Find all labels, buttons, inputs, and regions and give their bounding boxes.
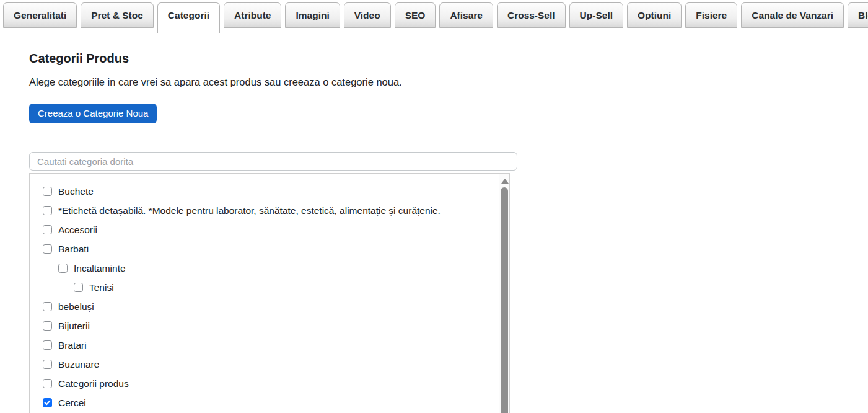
tab-video[interactable]: Video [344,2,391,28]
tab-bar: GeneralitatiPret & StocCategoriiAtribute… [0,0,868,33]
checkbox-unchecked-icon[interactable] [43,379,52,388]
tab-fisiere[interactable]: Fisiere [685,2,737,28]
category-list: Buchete*Etichetă detașabilă. *Modele pen… [30,182,509,412]
tab-blog[interactable]: Blog [848,2,868,28]
checkbox-unchecked-icon[interactable] [43,206,52,215]
tab-categorii[interactable]: Categorii [157,2,220,33]
tab-pret-stoc[interactable]: Pret & Stoc [81,2,154,28]
page-description: Alege categoriile in care vrei sa apara … [29,76,868,88]
category-label: Tenisi [89,282,114,293]
checkbox-unchecked-icon[interactable] [43,225,52,234]
category-label: bebeluși [58,301,94,313]
checkbox-unchecked-icon[interactable] [43,360,52,369]
scrollbar-thumb[interactable] [501,187,508,413]
category-row[interactable]: Tenisi [30,278,509,297]
checkbox-unchecked-icon[interactable] [74,283,83,292]
tab-cross-sell[interactable]: Cross-Sell [497,2,566,28]
category-label: Buzunare [58,359,99,370]
category-list-box: Buchete*Etichetă detașabilă. *Modele pen… [29,173,510,413]
page-title: Categorii Produs [29,51,868,66]
scrollbar[interactable] [499,174,509,413]
checkbox-unchecked-icon[interactable] [43,321,52,331]
category-label: Bijuterii [58,321,90,332]
checkbox-unchecked-icon[interactable] [43,302,52,311]
tab-canale-de-vanzari[interactable]: Canale de Vanzari [741,2,844,28]
tab-seo[interactable]: SEO [395,2,436,28]
category-row[interactable]: Incaltaminte [30,259,509,278]
category-label: Accesorii [58,224,97,236]
checkbox-unchecked-icon[interactable] [43,244,52,254]
category-label: Bratari [58,340,87,351]
category-row[interactable]: Buchete [30,182,509,201]
category-row[interactable]: Buzunare [30,355,509,374]
category-row[interactable]: Accesorii [30,220,509,239]
category-row[interactable]: Barbati [30,239,509,259]
category-row[interactable]: Cercei [30,393,509,412]
categories-panel: Categorii Produs Alege categoriile in ca… [0,51,868,413]
category-row[interactable]: Categorii produs [30,374,509,393]
category-row[interactable]: Bijuterii [30,316,509,335]
tab-imagini[interactable]: Imagini [285,2,340,28]
checkbox-unchecked-icon[interactable] [43,340,52,350]
tab-afisare[interactable]: Afisare [439,2,493,28]
category-label: Incaltaminte [74,263,126,274]
checkbox-unchecked-icon[interactable] [43,187,52,196]
checkbox-unchecked-icon[interactable] [58,264,68,273]
tab-generalitati[interactable]: Generalitati [3,2,77,28]
category-search-input[interactable] [29,152,517,171]
tab-optiuni[interactable]: Optiuni [627,2,682,28]
category-label: Barbati [58,244,89,255]
category-row[interactable]: bebeluși [30,297,509,316]
tab-up-sell[interactable]: Up-Sell [569,2,623,28]
category-row[interactable]: Bratari [30,335,509,355]
scrollbar-up-button[interactable] [499,177,510,185]
tab-atribute[interactable]: Atribute [224,2,281,28]
category-label: Cercei [58,397,86,409]
create-category-button[interactable]: Creeaza o Categorie Noua [29,104,157,123]
category-label: *Etichetă detașabilă. *Modele pentru lab… [58,205,441,216]
checkbox-checked-icon[interactable] [43,398,52,407]
category-row[interactable]: *Etichetă detașabilă. *Modele pentru lab… [30,201,509,220]
category-label: Buchete [58,186,94,197]
scrollbar-up-icon [501,179,509,184]
category-label: Categorii produs [58,378,129,389]
